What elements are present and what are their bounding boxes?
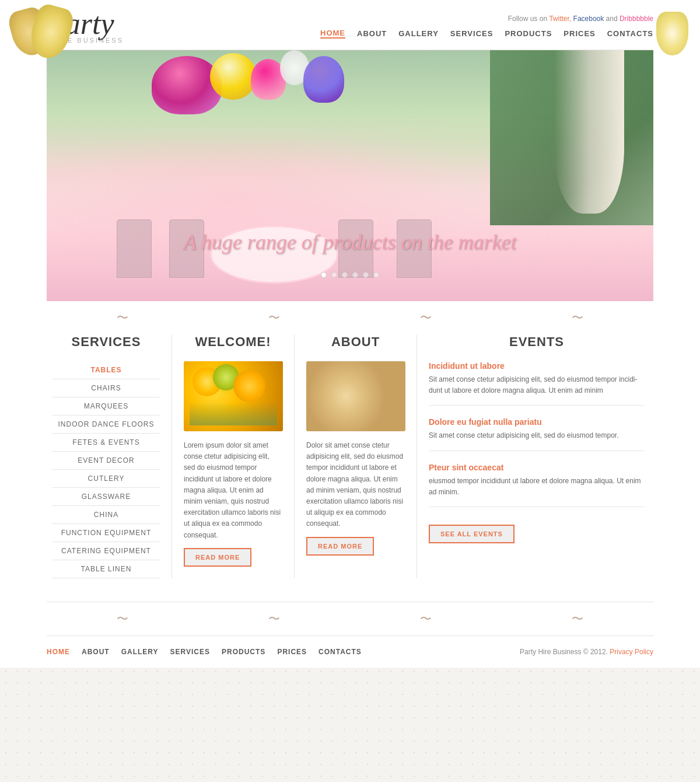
bottom-swirl-divider: 〜 〜 〜 〜 [47, 602, 653, 636]
welcome-read-more[interactable]: READ MORE [184, 548, 251, 567]
footer-nav-contacts[interactable]: CONTACTS [318, 648, 362, 656]
event-title-3: Pteur sint occaecat [429, 463, 645, 472]
flower-decoration-2 [210, 53, 257, 100]
hero-caption: A huge range of products on the market [47, 230, 653, 254]
main-content: SERVICES TABLES CHAIRS MARQUEES INDOOR D… [47, 334, 653, 602]
hero-image [47, 50, 653, 301]
footer-nav-products[interactable]: PRODUCTS [222, 648, 265, 656]
service-item-linen[interactable]: TABLE LINEN [52, 560, 160, 578]
nav-gallery[interactable]: GALLERY [398, 29, 439, 38]
event-title-1: Incididunt ut labore [429, 361, 645, 371]
dribbble-link[interactable]: Dribbbbble [620, 15, 653, 23]
nav-products[interactable]: PRODUCTS [505, 29, 552, 38]
dot-1[interactable] [321, 272, 327, 278]
bottom-swirl-4: 〜 [572, 611, 583, 627]
nav-home[interactable]: HOME [320, 29, 345, 39]
services-title: SERVICES [52, 334, 160, 350]
nav-services[interactable]: SERVICES [450, 29, 494, 38]
service-item-china[interactable]: CHINA [52, 506, 160, 524]
welcome-column: WELCOME! Lorem ipsum dolor sit amet cons… [172, 334, 295, 578]
page-wrapper: A huge range of products on the market 〜… [47, 50, 653, 636]
footer-nav-about[interactable]: ABOUT [82, 648, 110, 656]
service-item-tables[interactable]: TABLES [52, 361, 160, 379]
hero-slider[interactable]: A huge range of products on the market [47, 50, 653, 301]
bottom-swirl-2: 〜 [268, 611, 280, 627]
dot-3[interactable] [342, 272, 348, 278]
footer-nav-prices[interactable]: PRICES [277, 648, 307, 656]
see-all-events-button[interactable]: SEE ALL EVENTS [429, 525, 514, 543]
about-column: ABOUT Dolor sit amet conse ctetur adipis… [295, 334, 417, 578]
dot-5[interactable] [363, 272, 369, 278]
footer-copyright: Party Hire Business © 2012. Privacy Poli… [520, 648, 653, 656]
services-column: SERVICES TABLES CHAIRS MARQUEES INDOOR D… [47, 334, 172, 578]
events-title: EVENTS [429, 334, 645, 350]
welcome-title: WELCOME! [184, 334, 282, 350]
footer: HOME ABOUT GALLERY SERVICES PRODUCTS PRI… [47, 636, 653, 668]
service-item-marquees[interactable]: MARQUEES [52, 397, 160, 416]
footer-nav-services[interactable]: SERVICES [170, 648, 210, 656]
welcome-text: Lorem ipsum dolor sit amet conse ctetur … [184, 440, 282, 541]
service-item-chairs[interactable]: CHAIRS [52, 379, 160, 397]
dot-6[interactable] [373, 272, 379, 278]
event-item-1: Incididunt ut labore Sit amet conse ctet… [429, 361, 645, 406]
event-item-3: Pteur sint occaecat eiusmod tempor incid… [429, 463, 645, 507]
top-swirl-divider: 〜 〜 〜 〜 [47, 301, 653, 334]
swirl-2: 〜 [268, 310, 280, 326]
bottom-swirl-1: 〜 [117, 611, 128, 627]
flower-purple [303, 56, 344, 103]
about-image-inner [306, 361, 405, 431]
curtain-right [554, 50, 624, 214]
service-item-dance-floors[interactable]: INDOOR DANCE FLOORS [52, 416, 160, 434]
bottom-swirl-3: 〜 [420, 611, 432, 627]
flower-yellow-2 [233, 370, 265, 402]
footer-nav: HOME ABOUT GALLERY SERVICES PRODUCTS PRI… [47, 648, 362, 656]
about-text: Dolor sit amet conse ctetur adipisicing … [306, 440, 405, 530]
service-item-catering[interactable]: CATERING EQUIPMENT [52, 542, 160, 560]
swirl-3: 〜 [420, 310, 432, 326]
footer-nav-gallery[interactable]: GALLERY [121, 648, 159, 656]
event-text-1: Sit amet conse ctetur adipisicing elit, … [429, 374, 645, 396]
service-item-cutlery[interactable]: CUTLERY [52, 470, 160, 488]
event-text-2: Sit amet conse ctetur adipisicing elit, … [429, 430, 645, 441]
service-item-fetes[interactable]: FETES & EVENTS [52, 434, 160, 452]
main-nav: HOME ABOUT GALLERY SERVICES PRODUCTS PRI… [320, 29, 653, 39]
service-item-function[interactable]: FUNCTION EQUIPMENT [52, 524, 160, 542]
nav-contacts[interactable]: CONTACTS [607, 29, 653, 38]
header: Party HIRE BUSINESS Follow us on Twitter… [47, 0, 653, 50]
services-list: TABLES CHAIRS MARQUEES INDOOR DANCE FLOO… [52, 361, 160, 578]
service-item-glassware[interactable]: GLASSWARE [52, 488, 160, 506]
nav-about[interactable]: ABOUT [357, 29, 387, 38]
privacy-policy-link[interactable]: Privacy Policy [610, 648, 653, 656]
swirl-4: 〜 [572, 310, 583, 326]
about-title: ABOUT [306, 334, 405, 350]
twitter-link[interactable]: Twitter, [549, 15, 571, 23]
header-right: Follow us on Twitter, Facebook and Dribb… [320, 15, 653, 39]
service-item-event-decor[interactable]: EVENT DECOR [52, 452, 160, 470]
events-column: EVENTS Incididunt ut labore Sit amet con… [417, 334, 653, 578]
flower-leaves [190, 402, 277, 425]
event-text-3: eiusmod tempor incididunt ut labore et d… [429, 476, 645, 498]
footer-nav-home[interactable]: HOME [47, 648, 70, 656]
event-item-2: Dolore eu fugiat nulla pariatu Sit amet … [429, 417, 645, 451]
about-image [306, 361, 405, 431]
dot-2[interactable] [331, 272, 337, 278]
nav-prices[interactable]: PRICES [564, 29, 595, 38]
slider-dots [321, 272, 379, 278]
social-line: Follow us on Twitter, Facebook and Dribb… [508, 15, 653, 23]
welcome-image [184, 361, 283, 431]
hero-caption-text: A huge range of products on the market [47, 230, 653, 254]
dot-4[interactable] [352, 272, 358, 278]
facebook-link[interactable]: Facebook [573, 15, 604, 23]
about-read-more[interactable]: READ MORE [306, 537, 374, 556]
swirl-1: 〜 [117, 310, 128, 326]
event-title-2: Dolore eu fugiat nulla pariatu [429, 417, 645, 427]
